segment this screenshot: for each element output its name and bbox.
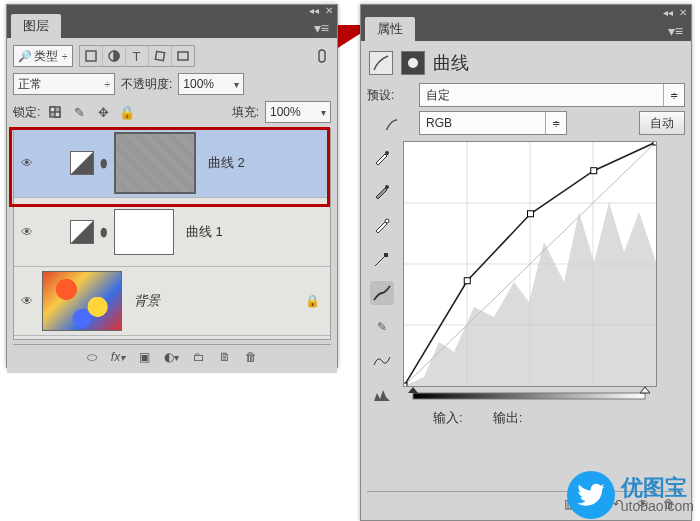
chevron-down-icon: ▾ — [321, 107, 326, 118]
adjustment-new-icon[interactable]: ◐▾ — [164, 350, 179, 364]
lock-transparent-icon[interactable] — [46, 103, 64, 121]
visibility-toggle[interactable]: 👁 — [16, 294, 38, 308]
group-icon[interactable]: 🗀 — [193, 350, 205, 364]
eyedropper-white-icon[interactable] — [370, 213, 394, 237]
lock-paint-icon[interactable]: ✎ — [70, 103, 88, 121]
properties-panel: ◂◂ ✕ 属性 ▾≡ 曲线 预设: 自定 ≑ RGB ≑ — [360, 4, 692, 521]
blend-mode-value: 正常 — [18, 76, 42, 93]
new-layer-icon[interactable]: 🗎 — [219, 350, 231, 364]
adjustment-title: 曲线 — [433, 51, 469, 75]
adjustment-thumb[interactable] — [70, 151, 94, 175]
chevron-updown-icon: ≑ — [663, 84, 684, 106]
mask-link-icon[interactable]: ⬮ — [100, 225, 108, 239]
chevron-down-icon: ÷ — [62, 51, 68, 62]
collapse-icon[interactable]: ◂◂ — [309, 5, 319, 16]
layers-footer: ⬭ fx▾ ▣ ◐▾ 🗀 🗎 🗑 — [13, 344, 331, 369]
svg-rect-3 — [155, 51, 164, 60]
tab-layers[interactable]: 图层 — [11, 14, 61, 38]
fill-value: 100% — [270, 105, 301, 119]
lock-position-icon[interactable]: ✥ — [94, 103, 112, 121]
collapse-icon[interactable]: ◂◂ — [663, 7, 673, 18]
filter-toggle[interactable] — [313, 47, 331, 65]
layer-name[interactable]: 曲线 2 — [208, 154, 245, 172]
layer-name[interactable]: 曲线 1 — [186, 223, 223, 241]
input-slider[interactable] — [403, 387, 655, 405]
tab-properties[interactable]: 属性 — [365, 17, 415, 41]
svg-point-10 — [385, 151, 389, 155]
layer-row-curves-2[interactable]: 👁 ⬮ 曲线 2 — [14, 129, 330, 198]
blend-mode-select[interactable]: 正常 ÷ — [13, 73, 115, 95]
layer-list: 👁 ⬮ 曲线 2 👁 ⬮ 曲线 1 👁 背景 🔒 — [13, 128, 331, 340]
chevron-updown-icon: ≑ — [545, 112, 566, 134]
link-icon[interactable]: ⬭ — [87, 350, 97, 364]
curve-icon[interactable] — [370, 281, 394, 305]
layer-row-background[interactable]: 👁 背景 🔒 — [14, 267, 330, 336]
layer-name[interactable]: 背景 — [134, 292, 160, 310]
curves-graph[interactable] — [403, 141, 657, 387]
trash-icon[interactable]: 🗑 — [245, 350, 257, 364]
auto-button[interactable]: 自动 — [639, 111, 685, 135]
fx-icon[interactable]: fx▾ — [111, 350, 125, 364]
edit-point-icon[interactable] — [370, 247, 394, 271]
panel-menu-icon[interactable]: ▾≡ — [660, 21, 691, 41]
svg-rect-24 — [591, 168, 597, 174]
mask-link-icon[interactable]: ⬮ — [100, 156, 108, 170]
layer-row-curves-1[interactable]: 👁 ⬮ 曲线 1 — [14, 198, 330, 267]
svg-rect-25 — [653, 142, 656, 145]
histogram-icon[interactable] — [370, 383, 394, 407]
auto-label: 自动 — [650, 115, 674, 132]
fill-label: 填充: — [232, 104, 259, 121]
preset-label: 预设: — [367, 87, 413, 104]
preset-select[interactable]: 自定 ≑ — [419, 83, 685, 107]
target-adjust-icon[interactable] — [367, 114, 413, 132]
mask-icon[interactable]: ▣ — [139, 350, 150, 364]
curve-tool-column: ✎ — [367, 141, 397, 427]
smart-icon[interactable] — [172, 46, 194, 66]
fill-select[interactable]: 100% ▾ — [265, 101, 331, 123]
panel-tab-bar: 属性 ▾≡ — [361, 19, 691, 41]
watermark: 优图宝 utobao.com — [567, 471, 694, 519]
panel-menu-icon[interactable]: ▾≡ — [306, 18, 337, 38]
opacity-select[interactable]: 100% ▾ — [178, 73, 244, 95]
mask-thumb[interactable] — [114, 132, 196, 194]
svg-rect-22 — [464, 278, 470, 284]
chevron-down-icon: ▾ — [234, 79, 239, 90]
lock-all-icon[interactable]: 🔒 — [118, 103, 136, 121]
adjustment-icon[interactable] — [103, 46, 126, 66]
eyedropper-gray-icon[interactable] — [370, 179, 394, 203]
visibility-toggle[interactable]: 👁 — [16, 225, 38, 239]
svg-rect-21 — [404, 383, 407, 386]
watermark-url: utobao.com — [621, 499, 694, 513]
curves-icon — [369, 51, 393, 75]
filter-type-select[interactable]: 🔎 类型 ÷ — [13, 45, 73, 67]
mask-icon[interactable] — [401, 51, 425, 75]
channel-select[interactable]: RGB ≑ — [419, 111, 567, 135]
filter-type-label: 类型 — [34, 48, 58, 65]
svg-rect-4 — [178, 52, 188, 60]
layer-thumb[interactable] — [42, 271, 122, 331]
lock-label: 锁定: — [13, 104, 40, 121]
visibility-toggle[interactable]: 👁 — [16, 156, 38, 170]
eyedropper-black-icon[interactable] — [370, 145, 394, 169]
watermark-name: 优图宝 — [621, 477, 694, 499]
bird-icon — [567, 471, 615, 519]
svg-point-12 — [385, 219, 389, 223]
opacity-label: 不透明度: — [121, 76, 172, 93]
lock-icon: 🔒 — [305, 294, 320, 308]
close-icon[interactable]: ✕ — [679, 7, 687, 18]
svg-rect-5 — [319, 50, 325, 62]
adjustment-thumb[interactable] — [70, 220, 94, 244]
output-label: 输出: — [493, 410, 523, 425]
pencil-icon[interactable]: ✎ — [370, 315, 394, 339]
svg-rect-1 — [86, 51, 96, 61]
shape-icon[interactable] — [149, 46, 172, 66]
channel-value: RGB — [426, 116, 452, 130]
close-icon[interactable]: ✕ — [325, 5, 333, 16]
type-icon[interactable]: T — [126, 46, 149, 66]
pixel-icon[interactable] — [80, 46, 103, 66]
opacity-value: 100% — [183, 77, 214, 91]
svg-rect-13 — [384, 253, 388, 257]
preset-value: 自定 — [426, 87, 450, 104]
smooth-icon[interactable] — [370, 349, 394, 373]
mask-thumb[interactable] — [114, 209, 174, 255]
